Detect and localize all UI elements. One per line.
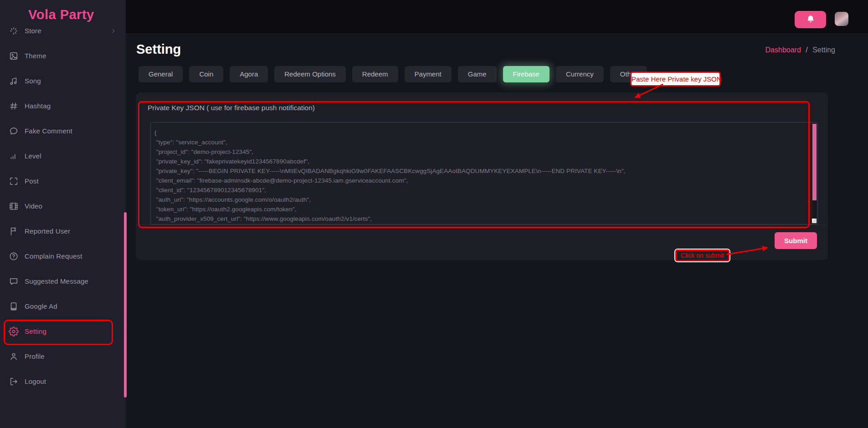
tab-agora[interactable]: Agora bbox=[230, 66, 268, 82]
sidebar-item-theme[interactable]: Theme bbox=[0, 43, 126, 68]
breadcrumb: Dashboard / Setting bbox=[765, 46, 835, 54]
sidebar-item-song[interactable]: Song bbox=[0, 68, 126, 93]
person-icon bbox=[9, 352, 19, 362]
settings-tabs: GeneralCoinAgoraRedeem OptionsRedeemPaym… bbox=[139, 66, 647, 82]
tab-game[interactable]: Game bbox=[458, 66, 497, 82]
textarea-scrollbar-track[interactable] bbox=[812, 123, 817, 219]
store-icon bbox=[9, 26, 19, 36]
private-key-json-content: { "type": "service_account", "project_id… bbox=[154, 128, 808, 224]
textarea-scrollbar-thumb[interactable] bbox=[812, 124, 817, 200]
comment-icon bbox=[9, 126, 19, 136]
json-line: "auth_provider_x509_cert_url": "https://… bbox=[154, 214, 808, 224]
video-icon bbox=[9, 201, 19, 211]
tab-currency[interactable]: Currency bbox=[556, 66, 604, 82]
paste-key-annotation: Paste Here Private key JSON bbox=[630, 71, 721, 87]
private-key-json-label: Private Key JSON ( use for firebase push… bbox=[148, 104, 315, 112]
sidebar-item-label: Reported User bbox=[25, 227, 70, 235]
json-line: "client_id": "123456789012345678901", bbox=[154, 185, 808, 195]
sidebar-item-label: Google Ad bbox=[25, 302, 57, 310]
main-content: Setting Dashboard / Setting GeneralCoinA… bbox=[126, 34, 868, 428]
textarea-resize-grip[interactable] bbox=[812, 219, 817, 223]
private-key-json-textarea[interactable]: { "type": "service_account", "project_id… bbox=[150, 122, 818, 224]
submit-button[interactable]: Submit bbox=[775, 232, 817, 249]
sidebar-item-level[interactable]: Level bbox=[0, 143, 126, 168]
sidebar-item-hashtag[interactable]: Hashtag bbox=[0, 93, 126, 118]
sidebar-item-label: Store bbox=[25, 27, 41, 35]
json-line: "token_uri": "https://oauth2.googleapis.… bbox=[154, 204, 808, 214]
json-line: { bbox=[154, 128, 808, 138]
hashtag-icon bbox=[9, 101, 19, 111]
sidebar-item-label: Fake Comment bbox=[25, 127, 72, 135]
message-icon bbox=[9, 276, 19, 286]
sidebar-item-setting[interactable]: Setting bbox=[0, 319, 126, 344]
firebase-settings-card: Private Key JSON ( use for firebase push… bbox=[136, 92, 828, 260]
breadcrumb-current: Setting bbox=[812, 46, 835, 54]
json-line: "private_key_id": "fakeprivatekeyid12345… bbox=[154, 157, 808, 166]
tab-payment[interactable]: Payment bbox=[405, 66, 452, 82]
sidebar-item-complain-request[interactable]: Complain Request bbox=[0, 244, 126, 269]
tab-coin[interactable]: Coin bbox=[189, 66, 223, 82]
sidebar-item-label: Video bbox=[25, 202, 42, 210]
chevron-right-icon bbox=[110, 28, 117, 34]
json-line: "type": "service_account", bbox=[154, 138, 808, 147]
song-icon bbox=[9, 76, 19, 86]
sidebar-item-label: Theme bbox=[25, 52, 46, 60]
bell-icon bbox=[806, 15, 815, 25]
sidebar-item-label: Song bbox=[25, 77, 41, 85]
tab-redeem-options[interactable]: Redeem Options bbox=[274, 66, 346, 82]
gear-icon bbox=[9, 326, 19, 336]
sidebar-item-video[interactable]: Video bbox=[0, 194, 126, 219]
json-line: "client_email": "firebase-adminsdk-abcde… bbox=[154, 176, 808, 185]
tab-general[interactable]: General bbox=[139, 66, 183, 82]
sidebar-item-label: Suggested Message bbox=[25, 277, 88, 285]
page-title: Setting bbox=[136, 42, 181, 57]
sidebar-scrollbar[interactable] bbox=[124, 212, 127, 397]
sidebar-item-label: Hashtag bbox=[25, 102, 51, 110]
sidebar: Vola Party StoreThemeSongHashtagFake Com… bbox=[0, 0, 126, 428]
sidebar-item-suggested-message[interactable]: Suggested Message bbox=[0, 269, 126, 294]
click-submit-annotation: Click on submit bbox=[675, 250, 729, 261]
flag-icon bbox=[9, 226, 19, 236]
sidebar-item-profile[interactable]: Profile bbox=[0, 344, 126, 369]
sidebar-item-google-ad[interactable]: Google Ad bbox=[0, 294, 126, 319]
topbar bbox=[126, 0, 868, 34]
json-line: "project_id": "demo-project-12345", bbox=[154, 147, 808, 157]
logout-icon bbox=[9, 377, 19, 387]
level-icon bbox=[9, 151, 19, 161]
notification-button[interactable] bbox=[795, 11, 826, 28]
post-icon bbox=[9, 176, 19, 186]
sidebar-nav: StoreThemeSongHashtagFake CommentLevelPo… bbox=[0, 18, 126, 394]
sidebar-item-fake-comment[interactable]: Fake Comment bbox=[0, 118, 126, 143]
sidebar-item-store[interactable]: Store bbox=[0, 18, 126, 43]
tab-firebase[interactable]: Firebase bbox=[503, 66, 550, 82]
sidebar-item-post[interactable]: Post bbox=[0, 168, 126, 194]
json-line: "auth_uri": "https://accounts.google.com… bbox=[154, 195, 808, 204]
sidebar-item-label: Logout bbox=[25, 377, 46, 385]
breadcrumb-separator: / bbox=[806, 46, 807, 54]
tab-redeem[interactable]: Redeem bbox=[352, 66, 398, 82]
json-line: "private_key": "-----BEGIN PRIVATE KEY--… bbox=[154, 166, 808, 176]
breadcrumb-dashboard-link[interactable]: Dashboard bbox=[765, 46, 801, 54]
sidebar-item-logout[interactable]: Logout bbox=[0, 369, 126, 394]
question-icon bbox=[9, 251, 19, 261]
ad-icon bbox=[9, 301, 19, 311]
sidebar-item-label: Setting bbox=[25, 327, 46, 335]
sidebar-item-label: Post bbox=[25, 177, 39, 185]
avatar[interactable] bbox=[835, 12, 848, 26]
sidebar-item-label: Level bbox=[25, 152, 41, 160]
sidebar-item-label: Complain Request bbox=[25, 252, 82, 260]
theme-icon bbox=[9, 51, 19, 61]
sidebar-item-label: Profile bbox=[25, 352, 45, 360]
sidebar-item-reported-user[interactable]: Reported User bbox=[0, 219, 126, 244]
